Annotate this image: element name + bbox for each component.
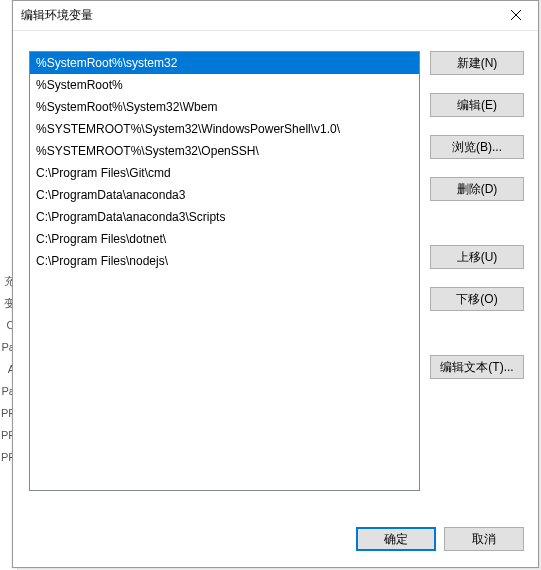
titlebar: 编辑环境变量 (13, 1, 538, 31)
list-item[interactable]: %SystemRoot% (30, 74, 419, 96)
dialog-title: 编辑环境变量 (21, 7, 93, 24)
dialog-content: %SystemRoot%\system32 %SystemRoot% %Syst… (13, 31, 538, 519)
close-button[interactable] (493, 1, 538, 31)
edit-env-var-dialog: 编辑环境变量 %SystemRoot%\system32 %SystemRoot… (12, 0, 539, 568)
list-item[interactable]: %SYSTEMROOT%\System32\OpenSSH\ (30, 140, 419, 162)
edit-text-button[interactable]: 编辑文本(T)... (430, 355, 524, 379)
edit-button[interactable]: 编辑(E) (430, 93, 524, 117)
dialog-footer: 确定 取消 (13, 519, 538, 567)
cancel-button[interactable]: 取消 (444, 527, 524, 551)
list-item[interactable]: C:\Program Files\Git\cmd (30, 162, 419, 184)
list-item[interactable]: %SYSTEMROOT%\System32\WindowsPowerShell\… (30, 118, 419, 140)
ok-button[interactable]: 确定 (356, 527, 436, 551)
delete-button[interactable]: 删除(D) (430, 177, 524, 201)
move-up-button[interactable]: 上移(U) (430, 245, 524, 269)
list-item[interactable]: C:\Program Files\nodejs\ (30, 250, 419, 272)
list-item[interactable]: C:\Program Files\dotnet\ (30, 228, 419, 250)
browse-button[interactable]: 浏览(B)... (430, 135, 524, 159)
close-icon (511, 9, 521, 23)
list-item[interactable]: C:\ProgramData\anaconda3\Scripts (30, 206, 419, 228)
new-button[interactable]: 新建(N) (430, 51, 524, 75)
list-item[interactable]: %SystemRoot%\System32\Wbem (30, 96, 419, 118)
path-listbox[interactable]: %SystemRoot%\system32 %SystemRoot% %Syst… (29, 51, 420, 491)
list-item[interactable]: C:\ProgramData\anaconda3 (30, 184, 419, 206)
list-item[interactable]: %SystemRoot%\system32 (30, 52, 419, 74)
move-down-button[interactable]: 下移(O) (430, 287, 524, 311)
side-button-column: 新建(N) 编辑(E) 浏览(B)... 删除(D) 上移(U) 下移(O) 编… (430, 51, 524, 509)
